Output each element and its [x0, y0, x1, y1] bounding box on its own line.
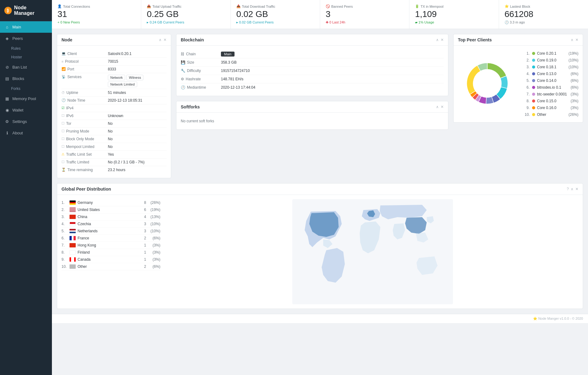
stat-block-sub: 🕐 3.3 m ago: [505, 20, 582, 24]
global-peer-card-header: Global Peer Distribution ? ∧ ✕: [57, 183, 583, 195]
sf-collapse-icon[interactable]: ∧: [436, 105, 439, 109]
softforks-card-title: Softforks: [181, 104, 200, 109]
country-pct: (19%): [148, 208, 160, 212]
size-icon: 💾: [181, 60, 185, 65]
sidebar-item-forks[interactable]: Forks: [11, 84, 52, 93]
peer-color-dot: [532, 113, 535, 116]
country-name: China: [78, 215, 140, 219]
peer-color-dot: [532, 99, 535, 103]
peer-list-item: 8. Core 0.15.0 (3%): [525, 98, 578, 104]
sidebar-item-wallet[interactable]: ◉ Wallet: [0, 104, 52, 116]
node-row-protocol: ≡Protocol 70015: [61, 58, 167, 65]
sidebar-label-settings: Settings: [12, 119, 27, 124]
peer-pct: (10%): [569, 58, 578, 62]
ipv4-icon: ☑: [61, 106, 65, 110]
softforks-empty-text: No current soft forks: [181, 119, 214, 123]
tp-collapse-icon[interactable]: ∧: [571, 38, 573, 42]
star-icon: ⭐: [505, 4, 509, 8]
sidebar-item-hoster[interactable]: Hoster: [11, 53, 52, 61]
peer-list-item: 2. Core 0.19.0 (10%): [525, 57, 578, 64]
country-list-item: 6. France 2 (6%): [61, 235, 160, 242]
peer-name: Core 0.15.0: [537, 99, 571, 103]
sidebar-label-rules: Rules: [11, 46, 21, 51]
peer-name: Core 0.19.0: [537, 58, 569, 62]
country-flag-ca: [70, 257, 76, 262]
bc-collapse-icon[interactable]: ∧: [436, 38, 439, 42]
peer-rank: 8.: [525, 99, 530, 103]
node-timerem-val: 23.2 hours: [108, 168, 167, 172]
blockchain-card: Blockchain ∧ ✕ ⛓ Chain Main 💾 Size: [176, 34, 448, 96]
top-peers-card-header: Top Peer Clients ∧ ✕: [454, 34, 583, 46]
collapse-icon[interactable]: ∧: [159, 38, 162, 42]
peer-rank: 5.: [525, 78, 530, 83]
node-trafficlimitset-val: Yes: [108, 152, 167, 157]
country-pct: (3%): [148, 243, 160, 247]
tp-close-icon[interactable]: ✕: [575, 38, 578, 42]
country-flag-fr: [70, 236, 76, 240]
sidebar-item-blocks[interactable]: ▤ Blocks: [0, 73, 52, 84]
sidebar-item-main[interactable]: ⌂ Main: [0, 21, 52, 33]
peers-icon: ◈: [4, 36, 10, 41]
sidebar-item-memory-pool[interactable]: ▦ Memory Pool: [0, 93, 52, 104]
peer-list-item: 7. btc-seeder 0.0001 (3%): [525, 91, 578, 98]
sidebar-label-hoster: Hoster: [11, 55, 22, 59]
node-row-services: 📡Services Network Witness Network Limite…: [61, 73, 167, 89]
donut-svg: [458, 54, 517, 113]
stat-download: 📥 Total Download Traffic 0.02 GB ▸ 0.02 …: [231, 0, 320, 29]
gp-collapse-icon[interactable]: ∧: [571, 187, 573, 191]
main-content: 👤 Total Connections 31 + 0 New Peers 📤 T…: [52, 0, 588, 375]
badge-network-limited: Network Limited: [108, 82, 137, 87]
close-icon[interactable]: ✕: [163, 38, 167, 42]
gp-close-icon[interactable]: ✕: [575, 187, 578, 191]
country-list: 1. Germany 8 (26%) 2. United States 6 (1…: [61, 199, 160, 304]
sidebar-item-about[interactable]: ℹ About: [0, 127, 52, 139]
node-services-badges: Network Witness Network Limited: [108, 75, 167, 87]
ban-icon: ⊘: [4, 65, 10, 70]
peer-color-dot: [532, 86, 535, 89]
node-nodetime-val: 2020-12-13 18:05:31: [108, 98, 167, 103]
node-card-header: Node ∧ ✕: [57, 34, 171, 46]
node-card-controls: ∧ ✕: [159, 38, 167, 42]
peers-list: 1. Core 0.20.1 (19%) 2. Core 0.19.0 (10%…: [525, 50, 578, 118]
country-flag-cn: [70, 215, 76, 219]
peer-list-item: 6. bitnodes.io 0.1 (6%): [525, 84, 578, 91]
peer-name: Core 0.16.0: [537, 106, 571, 110]
country-flag-fi: [70, 250, 76, 255]
chain-icon: ⛓: [181, 52, 184, 56]
country-flag-xx: [70, 264, 76, 269]
footer: ⭐ Node Manger v1.0.0 - © 2020: [52, 314, 588, 323]
node-row-uptime: ⏱Uptime 51 minutes: [61, 89, 167, 97]
sidebar-sub-blocks: Forks: [0, 84, 52, 93]
country-count: 1: [140, 250, 146, 255]
top-peers-inner: 1. Core 0.20.1 (19%) 2. Core 0.19.0 (10%…: [458, 50, 578, 118]
node-row-time-remaining: ⏳Time remaining 23.2 hours: [61, 166, 167, 174]
peer-pct: (10%): [569, 65, 578, 69]
blockchain-card-body: ⛓ Chain Main 💾 Size 358.3 GB 🔧 Difficult…: [176, 46, 448, 96]
node-row-mempool-lim: ☐Mempool Limited No: [61, 143, 167, 151]
stat-banned-sub: ✚ 0 Last 24h: [326, 20, 404, 24]
top-peers-card-body: 1. Core 0.20.1 (19%) 2. Core 0.19.0 (10%…: [454, 46, 583, 122]
country-rank: 3.: [61, 215, 68, 219]
country-pct: (10%): [148, 229, 160, 233]
peer-rank: 2.: [525, 58, 530, 62]
peer-pct: (19%): [569, 51, 578, 56]
sidebar-item-ban-list[interactable]: ⊘ Ban List: [0, 61, 52, 73]
peer-pct: (26%): [569, 112, 578, 117]
page-content: Node ∧ ✕ 💻Client Satoshi:0.20.1 ≡Protoco…: [52, 29, 588, 314]
country-pct: (3%): [148, 257, 160, 262]
peer-name: bitnodes.io 0.1: [537, 85, 571, 90]
badge-network: Network: [108, 75, 125, 80]
bc-close-icon[interactable]: ✕: [441, 38, 444, 42]
sidebar-item-settings[interactable]: ⚙ Settings: [0, 116, 52, 127]
sidebar-item-peers[interactable]: ◈ Peers: [0, 33, 52, 44]
upload-icon: 📤: [147, 4, 151, 8]
sf-close-icon[interactable]: ✕: [441, 105, 444, 109]
softforks-card-controls: ∧ ✕: [436, 105, 444, 109]
gp-help-icon[interactable]: ?: [567, 187, 569, 191]
client-icon: 💻: [61, 52, 66, 56]
sidebar-item-rules[interactable]: Rules: [11, 44, 52, 53]
footer-text: Node Manger v1.0.0 - © 2020: [538, 317, 583, 320]
settings-icon: ⚙: [4, 119, 10, 124]
protocol-icon: ≡: [61, 60, 63, 63]
wallet-icon: ◉: [4, 108, 10, 112]
